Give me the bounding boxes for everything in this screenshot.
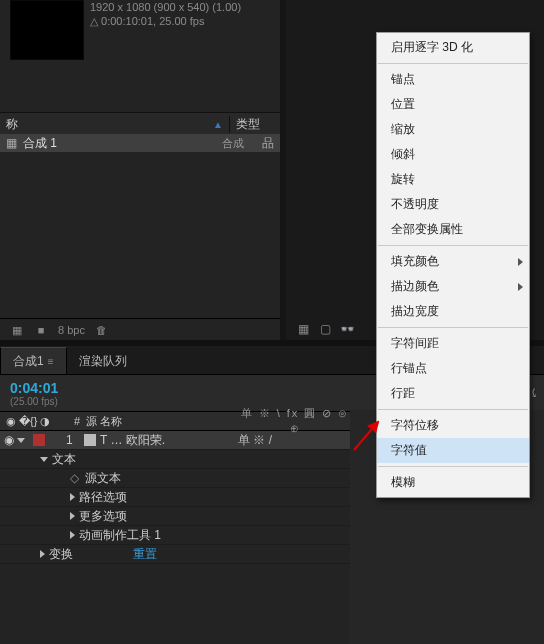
grid-icon[interactable]: ▦ xyxy=(296,322,310,336)
menu-item[interactable]: 全部变换属性 xyxy=(377,217,529,242)
project-item-name: 合成 1 xyxy=(23,135,57,152)
menu-separator xyxy=(378,63,528,64)
project-panel: 1920 x 1080 (900 x 540) (1.00) △ 0:00:10… xyxy=(0,0,281,340)
twirl-right-icon[interactable] xyxy=(40,550,45,558)
menu-item[interactable]: 旋转 xyxy=(377,167,529,192)
twirl-down-icon[interactable] xyxy=(17,438,25,443)
menu-item[interactable]: 描边颜色 xyxy=(377,274,529,299)
3d-view-icon[interactable]: 👓 xyxy=(340,322,354,336)
menu-item[interactable]: 字符间距 xyxy=(377,331,529,356)
project-item-row[interactable]: ▦ 合成 1 合成 品 xyxy=(0,134,280,152)
menu-item[interactable]: 填充颜色 xyxy=(377,249,529,274)
comp-thumbnail[interactable] xyxy=(10,0,84,60)
layer-name[interactable]: T … 欧阳荣. xyxy=(100,432,165,449)
interpret-icon[interactable]: ▦ xyxy=(10,323,24,337)
text-layer-icon xyxy=(84,434,96,446)
stopwatch-icon[interactable]: ◇ xyxy=(70,471,79,485)
comp-dimensions: 1920 x 1080 (900 x 540) (1.00) xyxy=(90,0,241,14)
menu-separator xyxy=(378,327,528,328)
reset-link[interactable]: 重置 xyxy=(133,546,157,563)
col-type-header[interactable]: 类型 xyxy=(229,116,280,133)
menu-item[interactable]: 字符值 xyxy=(377,438,529,463)
menu-separator xyxy=(378,245,528,246)
menu-item[interactable]: 行距 xyxy=(377,381,529,406)
menu-item[interactable]: 模糊 xyxy=(377,470,529,495)
sort-indicator-icon[interactable]: ▲ xyxy=(213,119,223,130)
shy-icon[interactable]: ⤹ xyxy=(529,386,539,400)
current-timecode[interactable]: 0:04:01 (25.00 fps) xyxy=(0,380,68,407)
av-columns[interactable]: ◉ �{} ◑ xyxy=(0,415,68,428)
index-column[interactable]: # xyxy=(68,415,86,427)
mask-toggle-icon[interactable]: ▢ xyxy=(318,322,332,336)
menu-item[interactable]: 锚点 xyxy=(377,67,529,92)
layer-index: 1 xyxy=(66,433,84,447)
menu-item[interactable]: 位置 xyxy=(377,92,529,117)
viewer-controls: ▦ ▢ 👓 xyxy=(296,318,354,340)
comp-info: 1920 x 1080 (900 x 540) (1.00) △ 0:00:10… xyxy=(90,0,241,28)
tab-render-queue[interactable]: 渲染队列 xyxy=(67,348,139,374)
twirl-right-icon[interactable] xyxy=(70,493,75,501)
trash-icon[interactable]: 🗑 xyxy=(95,323,109,337)
project-item-type: 合成 xyxy=(222,136,244,151)
project-bottom-bar: ▦ ■ 8 bpc 🗑 xyxy=(0,318,290,341)
tab-composition[interactable]: 合成1≡ xyxy=(0,347,67,374)
menu-item[interactable]: 字符位移 xyxy=(377,413,529,438)
menu-item[interactable]: 启用逐字 3D 化 xyxy=(377,35,529,60)
col-name-header[interactable]: 称 xyxy=(0,116,213,133)
comp-duration: △ 0:00:10:01, 25.00 fps xyxy=(90,14,241,28)
twirl-right-icon[interactable] xyxy=(70,531,75,539)
menu-item[interactable]: 缩放 xyxy=(377,117,529,142)
layer-switches[interactable]: 单 ※ / xyxy=(238,432,348,449)
menu-item[interactable]: 倾斜 xyxy=(377,142,529,167)
source-name-column[interactable]: 源 名称 xyxy=(86,414,240,429)
animate-context-menu: 启用逐字 3D 化锚点位置缩放倾斜旋转不透明度全部变换属性填充颜色描边颜色描边宽… xyxy=(376,32,530,498)
twirl-down-icon[interactable] xyxy=(40,457,48,462)
twirl-right-icon[interactable] xyxy=(70,512,75,520)
swatch-icon[interactable]: ■ xyxy=(34,323,48,337)
menu-item[interactable]: 不透明度 xyxy=(377,192,529,217)
menu-item[interactable]: 行锚点 xyxy=(377,356,529,381)
flowchart-icon[interactable]: 品 xyxy=(262,135,274,152)
menu-item[interactable]: 描边宽度 xyxy=(377,299,529,324)
eye-icon[interactable]: ◉ xyxy=(4,433,14,447)
menu-separator xyxy=(378,466,528,467)
bpc-label[interactable]: 8 bpc xyxy=(58,324,85,336)
layer-color-chip[interactable] xyxy=(33,434,45,446)
composition-icon: ▦ xyxy=(6,136,17,150)
tab-menu-icon[interactable]: ≡ xyxy=(48,356,54,367)
menu-separator xyxy=(378,409,528,410)
project-list-header: 称 ▲ 类型 xyxy=(0,112,280,136)
